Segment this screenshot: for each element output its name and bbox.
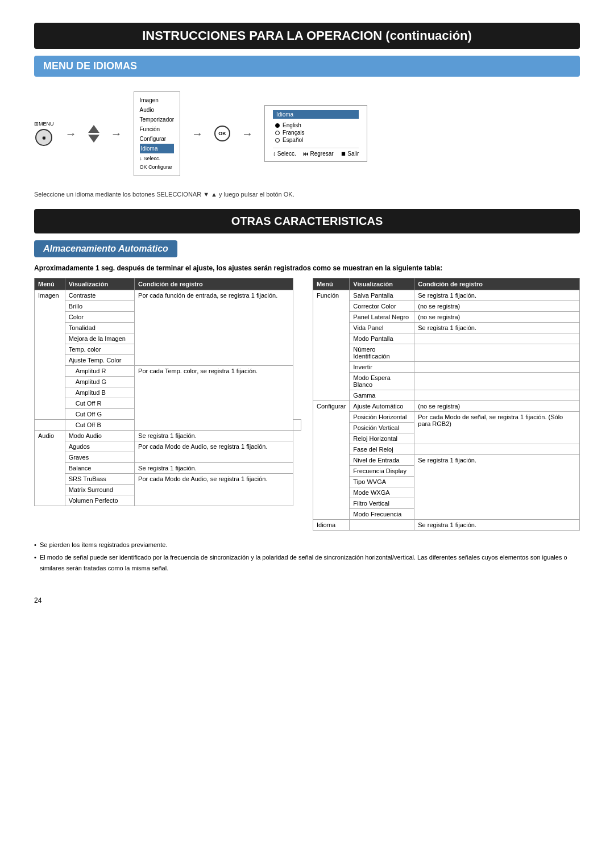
td-pos-vert: Posición Vertical <box>350 422 414 433</box>
main-title: INSTRUCCIONES PARA LA OPERACION (continu… <box>34 23 580 49</box>
td-agudos: Agudos <box>65 441 134 452</box>
td-cutoff-r: Cut Off R <box>65 398 134 408</box>
td-salva-pantalla: Salva Pantalla <box>350 290 414 301</box>
td-invertir: Invertir <box>350 361 414 372</box>
td-fase-reloj: Fase del Reloj <box>350 444 414 454</box>
td-cutoff-g: Cut Off G <box>65 408 134 419</box>
td-modo-freq: Modo Frecuencia <box>350 508 414 519</box>
td-balance: Balance <box>65 462 134 473</box>
idioma-espanol-label: Español <box>283 137 303 143</box>
td-mode-wxga: Mode WXGA <box>350 487 414 498</box>
td-contraste: Contraste <box>65 290 134 301</box>
idioma-english-label: English <box>283 122 301 128</box>
arrow-3: → <box>192 127 203 140</box>
td-reloj-horiz: Reloj Horizontal <box>350 433 414 444</box>
td-pos-horiz: Posición Horizontal <box>350 411 414 422</box>
table-row: Imagen Contraste Por cada función de ent… <box>35 290 301 301</box>
menu-diagram: ⊞MENU ◉ → → Imagen Audio Temporizador Fu… <box>34 86 580 182</box>
td-nivel-entrada: Nivel de Entrada <box>350 454 414 465</box>
table-row: Gamma <box>313 390 580 400</box>
bottom-nav-bar: ↕ Selecc. ⏮ Regresar ⏹ Salir <box>273 148 359 157</box>
table-row: Modo Espera Blanco <box>313 372 580 390</box>
td-modo-audio: Modo Audio <box>65 430 134 441</box>
tables-container: Menú Visualización Condición de registro… <box>34 278 580 531</box>
table-row: Panel Lateral Negro (no se registra) <box>313 311 580 322</box>
nav-arrows <box>88 125 99 143</box>
idioma-box-title: Idioma <box>273 110 359 119</box>
td-cond-modo-pantalla <box>414 333 580 344</box>
td-temp-color: Temp. color <box>65 344 134 354</box>
td-filtro-vert: Filtro Vertical <box>350 498 414 508</box>
bullet-item-1: Se pierden los ítems registrados previam… <box>34 540 580 550</box>
td-cond-vida: Se registra 1 fijación. <box>414 322 580 333</box>
td-gamma: Gamma <box>350 390 414 400</box>
td-corrector-color: Corrector Color <box>350 301 414 311</box>
td-volumen: Volumen Perfecto <box>65 495 134 506</box>
td-audio: Audio <box>35 430 65 506</box>
table-row: Número Identificación <box>313 344 580 361</box>
td-cond-empty <box>293 419 301 430</box>
td-amplitud-b: Amplitud B <box>65 387 134 398</box>
table-row: Nivel de Entrada Se registra 1 fijación. <box>313 454 580 465</box>
td-panel-lateral: Panel Lateral Negro <box>350 311 414 322</box>
td-cond-salva: Se registra 1 fijación. <box>414 290 580 301</box>
table-row: Posición Horizontal Por cada Modo de señ… <box>313 411 580 422</box>
right-table: Menú Visualización Condición de registro… <box>313 278 580 531</box>
td-tonalidad: Tonalidad <box>65 322 134 333</box>
table-row: Invertir <box>313 361 580 372</box>
td-cond-balance: Se registra 1 fijación. <box>135 462 293 473</box>
td-cond-numero <box>414 344 580 361</box>
table-row: Fase del Reloj <box>313 444 580 454</box>
arrow-2: → <box>111 127 122 140</box>
bullet-item-2: El modo de señal puede ser identificado … <box>34 552 580 573</box>
arrow-4: → <box>242 127 253 140</box>
td-cond-nivel: Se registra 1 fijación. <box>414 454 580 519</box>
td-vida-panel: Vida Panel <box>350 322 414 333</box>
td-ajuste-auto: Ajuste Automático <box>350 400 414 411</box>
td-funcion: Función <box>313 290 350 400</box>
td-color: Color <box>65 311 134 322</box>
td-graves: Graves <box>65 452 134 462</box>
td-tipo-wvga: Tipo WVGA <box>350 476 414 487</box>
bullet-list: Se pierden los ítems registrados previam… <box>34 540 580 574</box>
td-imagen: Imagen <box>35 290 65 419</box>
td-cutoff-b: Cut Off B <box>65 419 134 430</box>
td-cond-corrector: (no se registra) <box>414 301 580 311</box>
table-left: Menú Visualización Condición de registro… <box>34 278 301 531</box>
table-row: Vida Panel Se registra 1 fijación. <box>313 322 580 333</box>
td-idioma-cond: Se registra 1 fijación. <box>414 519 580 530</box>
th-cond-right: Condición de registro <box>414 278 580 290</box>
td-cond-gamma <box>414 390 580 400</box>
almacenamiento-description: Aproximadamente 1 seg. después de termin… <box>34 264 580 272</box>
td-amplitud-g: Amplitud G <box>65 376 134 387</box>
td-modo-pantalla: Modo Pantalla <box>350 333 414 344</box>
table-row: Corrector Color (no se registra) <box>313 301 580 311</box>
section-otras-title: OTRAS CARACTERISTICAS <box>34 209 580 233</box>
td-configurar: Configurar <box>313 400 350 519</box>
td-cond-ajuste-auto: (no se registra) <box>414 400 580 411</box>
td-cond-temp-color: Por cada Temp. color, se registra 1 fija… <box>135 365 293 430</box>
td-numero-ident: Número Identificación <box>350 344 414 361</box>
table-row: Amplitud R Por cada Temp. color, se regi… <box>35 365 301 376</box>
th-menu-right: Menú <box>313 278 350 290</box>
td-cond-pos-horiz: Por cada Modo de señal, se registra 1 fi… <box>414 411 580 444</box>
remote-menu-icon: ⊞MENU ◉ <box>34 121 54 146</box>
menu-items-box: Imagen Audio Temporizador Función Config… <box>134 91 181 176</box>
td-idioma-viz <box>350 519 414 530</box>
ok-button-icon: OK <box>214 126 230 141</box>
left-table: Menú Visualización Condición de registro… <box>34 278 301 506</box>
td-matrix-surround: Matrix Surround <box>65 484 134 495</box>
td-srs: SRS TruBass <box>65 473 134 484</box>
td-cond-invertir <box>414 361 580 372</box>
td-cond-agudos: Por cada Modo de Audio, se registra 1 fi… <box>135 441 293 462</box>
idioma-francais-label: Français <box>283 130 304 136</box>
radio-english-filled <box>275 123 280 128</box>
td-cond-srs: Por cada Modo de Audio, se registra 1 fi… <box>135 473 293 506</box>
td-modo-espera: Modo Espera Blanco <box>350 372 414 390</box>
table-row: Balance Se registra 1 fijación. <box>35 462 301 473</box>
td-cond-entrada: Por cada función de entrada, se registra… <box>135 290 293 365</box>
table-row: SRS TruBass Por cada Modo de Audio, se r… <box>35 473 301 484</box>
th-cond-left: Condición de registro <box>135 278 293 290</box>
td-cond-fase <box>414 444 580 454</box>
td-cond-panel: (no se registra) <box>414 311 580 322</box>
